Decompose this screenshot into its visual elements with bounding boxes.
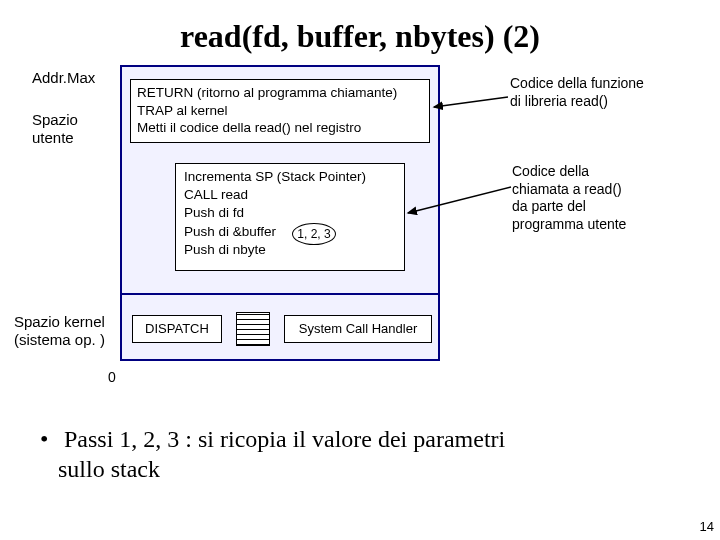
return-line1: RETURN (ritorno al programma chiamante) xyxy=(137,84,423,102)
inc-line3: Push di fd xyxy=(184,204,396,222)
bullet-line2: sullo stack xyxy=(40,456,160,482)
inc-line4: Push di &buffer xyxy=(184,223,396,241)
inc-line5: Push di nbyte xyxy=(184,241,396,259)
increment-box: Incrementa SP (Stack Pointer) CALL read … xyxy=(175,163,405,271)
annotation-user-call: Codice della chiamata a read() da parte … xyxy=(512,163,712,233)
annot2-line3: da parte del xyxy=(512,198,586,214)
return-box: RETURN (ritorno al programma chiamante) … xyxy=(130,79,430,143)
kernel-space-label-line1: Spazio kernel xyxy=(14,313,105,330)
zero-label: 0 xyxy=(108,369,116,385)
kernel-space-label: Spazio kernel (sistema op. ) xyxy=(14,313,105,349)
return-line2: TRAP al kernel xyxy=(137,102,423,120)
return-line3: Metti il codice della read() nel registr… xyxy=(137,119,423,137)
annot1-line1: Codice della funzione xyxy=(510,75,644,91)
svg-line-0 xyxy=(434,97,508,107)
kernel-space-label-line2: (sistema op. ) xyxy=(14,331,105,348)
bullet-text: • Passi 1, 2, 3 : si ricopia il valore d… xyxy=(40,424,680,484)
inc-line1: Incrementa SP (Stack Pointer) xyxy=(184,168,396,186)
annot2-line2: chiamata a read() xyxy=(512,181,622,197)
bullet-marker-icon: • xyxy=(40,424,58,454)
lookup-table-icon xyxy=(236,312,270,346)
annotation-library-code: Codice della funzione di libreria read() xyxy=(510,75,720,110)
user-space-label-line2: utente xyxy=(32,129,74,146)
bullet-line1: Passi 1, 2, 3 : si ricopia il valore dei… xyxy=(64,426,505,452)
user-space-label: Spazio utente xyxy=(32,111,78,147)
inc-line2: CALL read xyxy=(184,186,396,204)
annot2-line4: programma utente xyxy=(512,216,626,232)
step-oval: 1, 2, 3 xyxy=(292,223,336,245)
page-number: 14 xyxy=(700,519,714,534)
annot1-line2: di libreria read() xyxy=(510,93,608,109)
annot2-line1: Codice della xyxy=(512,163,589,179)
addr-max-label: Addr.Max xyxy=(32,69,95,86)
diagram-stage: Addr.Max Spazio utente Spazio kernel (si… xyxy=(0,63,720,423)
dispatch-box: DISPATCH xyxy=(132,315,222,343)
user-space-label-line1: Spazio xyxy=(32,111,78,128)
system-call-handler-box: System Call Handler xyxy=(284,315,432,343)
slide-title: read(fd, buffer, nbytes) (2) xyxy=(0,0,720,63)
